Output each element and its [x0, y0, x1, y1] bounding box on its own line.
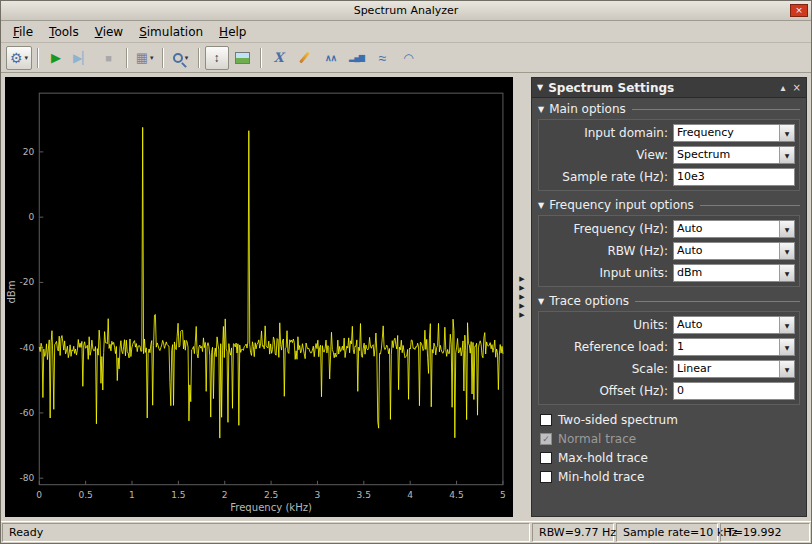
settings-row: Sample rate (Hz): 10e3 [543, 166, 795, 188]
step-forward-button[interactable]: ▶▏ [70, 46, 94, 70]
normal-trace-checkbox[interactable]: ✓ Normal trace [540, 429, 798, 448]
menu-item-file[interactable]: File [5, 22, 41, 42]
chevron-down-icon: ▼ [779, 221, 794, 237]
main-options-group: Input domain: Frequency ▼ View: Spectrum… [538, 119, 800, 191]
stop-icon: ■ [105, 52, 112, 64]
distortion-measurements-button[interactable]: ≈ [371, 46, 395, 70]
sample-rate-input[interactable]: 10e3 [673, 168, 795, 186]
gear-icon: ⚙ [10, 51, 23, 65]
offset-input[interactable]: 0 [673, 382, 795, 400]
spectrum-settings-button[interactable]: ⚙ ▾ [6, 46, 32, 70]
stop-button[interactable]: ■ [97, 46, 121, 70]
settings-row: Input domain: Frequency ▼ [543, 122, 795, 144]
cursor-measurements-button[interactable]: X [267, 46, 291, 70]
frequency-options-group: Frequency (Hz): Auto ▼ RBW (Hz): Auto ▼ … [538, 215, 800, 287]
view-select[interactable]: Spectrum ▼ [673, 146, 795, 164]
window-title: Spectrum Analyzer [354, 4, 459, 17]
y-tick-label: 20 [23, 147, 35, 157]
cursor-x-icon: X [274, 50, 284, 65]
input-units-combo[interactable]: dBm ▼ [673, 264, 795, 282]
frequency-combo[interactable]: Auto ▼ [673, 220, 795, 238]
x-tick-label: 2.5 [264, 490, 278, 500]
snapshot-button[interactable] [231, 46, 255, 70]
settings-row: Input units: dBm ▼ [543, 262, 795, 284]
main-content: 00.511.522.533.544.55200-20-40-60-80 Fre… [1, 73, 811, 521]
reference-load-combo[interactable]: 1 ▼ [673, 338, 795, 356]
magnifier-icon [173, 53, 183, 63]
units-select[interactable]: Auto ▼ [673, 316, 795, 334]
section-main-options[interactable]: ▼ Main options [532, 98, 806, 117]
trace-checkboxes: Two-sided spectrum ✓ Normal trace Max-ho… [532, 408, 806, 490]
spectrum-plot[interactable]: 00.511.522.533.544.55200-20-40-60-80 Fre… [5, 77, 513, 517]
settings-panel-title: Spectrum Settings [548, 81, 773, 95]
menu-item-view[interactable]: View [87, 22, 131, 42]
two-sided-spectrum-checkbox[interactable]: Two-sided spectrum [540, 410, 798, 429]
min-hold-trace-checkbox[interactable]: Min-hold trace [540, 467, 798, 486]
collapse-arrow-icon: ▶ [519, 303, 524, 310]
section-frequency-input-options[interactable]: ▼ Frequency input options [532, 194, 806, 213]
zoom-button[interactable]: ▾ [169, 46, 193, 70]
chevron-down-icon: ▼ [779, 147, 794, 163]
simulation-settings-button[interactable]: ▦ ▾ [133, 46, 157, 70]
titlebar[interactable]: Spectrum Analyzer × [1, 1, 811, 21]
status-ready: Ready [2, 523, 530, 542]
spectrum-analyzer-window: Spectrum Analyzer × File Tools View Simu… [0, 0, 812, 544]
x-tick-label: 1 [129, 490, 135, 500]
x-axis-label: Frequency (kHz) [230, 502, 312, 513]
menu-item-help[interactable]: Help [211, 22, 254, 42]
channel-measurements-button[interactable]: ▂▄▆ [345, 46, 369, 70]
x-tick-label: 0 [36, 490, 42, 500]
signal-legend-button[interactable] [293, 46, 317, 70]
run-button[interactable]: ▶ [44, 46, 68, 70]
rbw-combo[interactable]: Auto ▼ [673, 242, 795, 260]
pencil-icon [299, 52, 310, 64]
settings-row: Offset (Hz): 0 [543, 380, 795, 402]
panel-splitter[interactable]: ▶ ▶ ▶ ▶ ▶ [513, 77, 531, 517]
y-axis-label: dBm [6, 280, 17, 303]
settings-row: Scale: Linear ▼ [543, 358, 795, 380]
dock-icon[interactable]: ▴ [781, 82, 786, 93]
peaks-icon: ∧∧ [325, 53, 336, 63]
toolbar: ⚙ ▾ ▶ ▶▏ ■ ▦ ▾ ▾ ↕ X [1, 43, 811, 73]
wave-icon: ≈ [379, 50, 387, 66]
y-tick-label: -80 [19, 473, 34, 483]
x-tick-label: 2 [222, 490, 228, 500]
y-tick-label: -40 [19, 343, 34, 353]
chevron-down-icon: ▾ [185, 54, 189, 62]
chevron-down-icon: ▼ [779, 265, 794, 281]
input-domain-select[interactable]: Frequency ▼ [673, 124, 795, 142]
section-trace-options[interactable]: ▼ Trace options [532, 290, 806, 309]
spectrum-chart[interactable]: 00.511.522.533.544.55200-20-40-60-80 Fre… [5, 77, 513, 517]
collapse-arrow-icon: ▶ [519, 285, 524, 292]
menu-item-tools[interactable]: Tools [41, 22, 87, 42]
status-time: T=19.992 [720, 523, 810, 542]
window-close-button[interactable]: × [790, 4, 808, 17]
x-tick-label: 3 [315, 490, 321, 500]
max-hold-trace-checkbox[interactable]: Max-hold trace [540, 448, 798, 467]
axis-ticks: 00.511.522.533.544.55200-20-40-60-80 [19, 147, 505, 500]
toolbar-separator [126, 48, 128, 68]
menubar: File Tools View Simulation Help [1, 21, 811, 43]
checkbox-icon [540, 471, 552, 483]
x-tick-label: 0.5 [78, 490, 92, 500]
settings-panel: ▼ Spectrum Settings ▴ × ▼ Main options I… [531, 77, 807, 517]
scale-select[interactable]: Linear ▼ [673, 360, 795, 378]
collapse-arrow-icon: ▶ [519, 276, 524, 283]
menu-item-simulation[interactable]: Simulation [131, 22, 211, 42]
chevron-down-icon: ▾ [150, 54, 154, 62]
peak-finder-button[interactable]: ∧∧ [319, 46, 343, 70]
settings-panel-header[interactable]: ▼ Spectrum Settings ▴ × [532, 78, 806, 98]
chevron-down-icon: ▼ [779, 125, 794, 141]
panel-close-icon[interactable]: × [793, 82, 801, 93]
ccdf-measurements-button[interactable]: ◠ [397, 46, 421, 70]
collapse-arrow-icon: ▶ [519, 312, 524, 319]
checkbox-checked-icon: ✓ [540, 433, 552, 445]
settings-row: Frequency (Hz): Auto ▼ [543, 218, 795, 240]
fit-to-view-button[interactable]: ↕ [205, 46, 229, 70]
x-tick-label: 1.5 [171, 490, 185, 500]
collapse-panel-icon: ▼ [537, 83, 543, 92]
play-icon: ▶ [51, 50, 61, 65]
collapse-section-icon: ▼ [538, 297, 544, 306]
x-tick-label: 4.5 [449, 490, 463, 500]
toolbar-separator [198, 48, 200, 68]
